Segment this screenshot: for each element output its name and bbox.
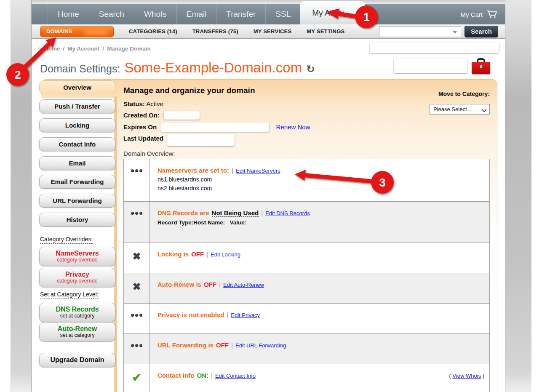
override-title: Privacy	[65, 271, 89, 278]
row-status: OFF	[204, 281, 216, 288]
sidebar-item-locking[interactable]: Locking	[39, 118, 115, 132]
sidebar-item-privacy-override[interactable]: Privacy category override	[39, 268, 115, 287]
move-to-category-label: Move to Category:	[411, 91, 490, 97]
expires-line: Expires On Renew Now	[123, 123, 310, 132]
separator: |	[219, 281, 221, 288]
row-status: OFF	[216, 341, 229, 349]
page-gutter-left	[11, 0, 32, 392]
table-row-nameservers: Nameservers are set to: | Edit NameServe…	[124, 159, 489, 201]
created-label: Created On:	[123, 112, 160, 119]
sidebar-item-dns-records-category[interactable]: DNS Records set at category	[39, 303, 115, 322]
check-icon: ✔	[124, 364, 150, 392]
nav-tab-whois[interactable]: WhoIs	[134, 4, 176, 24]
nameserver-1: ns1.bluestardns.com	[158, 176, 485, 183]
nav-tab-ssl[interactable]: SSL	[265, 4, 300, 24]
sidebar-item-overview[interactable]: Overview	[39, 80, 115, 94]
toolbox-clasp	[480, 64, 483, 68]
category-overrides-label[interactable]: Category Overrides:	[40, 236, 93, 244]
subnav-tab-transfers[interactable]: TRANSFERS (75)	[192, 28, 238, 35]
renew-now-link[interactable]: Renew Now	[276, 123, 310, 131]
override-title: NameServers	[56, 250, 99, 257]
sidebar-item-contact-info[interactable]: Contact Info	[39, 137, 115, 151]
record-headers: Record Type:Host Name: Value:	[158, 219, 485, 226]
row-status: OFF	[191, 251, 204, 258]
redaction-blur	[84, 29, 108, 35]
sidebar-item-upgrade-domain[interactable]: Upgrade Domain	[39, 353, 115, 367]
nav-tab-my-account[interactable]: My Account	[300, 1, 365, 24]
subnav-tab-categories[interactable]: CATEGORIES (14)	[129, 28, 177, 35]
breadcrumb-my-account[interactable]: My Account	[67, 45, 99, 52]
redacted-value-box	[394, 59, 467, 73]
nav-tab-search[interactable]: Search	[89, 4, 134, 24]
subnav-search-area: Search	[379, 26, 505, 37]
subnav-tab-my-services[interactable]: MY SERVICES	[254, 28, 292, 35]
domains-label: DOMAINS	[46, 28, 72, 35]
sidebar-item-history[interactable]: History	[39, 213, 115, 227]
table-row-locking: ✖ Locking is OFF | Edit Locking	[124, 243, 489, 273]
redacted-value-box	[160, 123, 269, 132]
toolbox-icon[interactable]	[472, 58, 490, 75]
chevron-down-icon[interactable]	[452, 31, 457, 34]
separator: |	[231, 341, 233, 349]
row-title: Nameservers are set to:	[158, 167, 229, 174]
table-row-dns-records: DNS Records are Not Being Used | Edit DN…	[124, 201, 489, 243]
edit-auto-renew-link[interactable]: Edit Auto-Renew	[223, 282, 264, 288]
sidebar-item-email[interactable]: Email	[39, 156, 115, 170]
edit-locking-link[interactable]: Edit Locking	[211, 251, 240, 258]
sidebar-item-nameservers-override[interactable]: NameServers category override	[39, 247, 115, 266]
search-input[interactable]	[379, 26, 461, 37]
top-strip	[32, 0, 505, 4]
subnav-tab-my-settings[interactable]: MY SETTINGS	[307, 28, 344, 35]
status-value: Active	[146, 100, 163, 107]
cart-icon[interactable]	[486, 10, 497, 19]
edit-dns-records-link[interactable]: Edit DNS Records	[265, 210, 310, 216]
nav-tab-transfer[interactable]: Transfer	[216, 4, 265, 24]
redacted-value-box	[167, 134, 235, 146]
page-title-prefix: Domain Settings:	[40, 63, 120, 75]
dots-icon	[124, 304, 150, 333]
redacted-value-box	[370, 43, 499, 53]
override-subtitle: category override	[57, 278, 98, 284]
sidebar-item-push-transfer[interactable]: Push / Transfer	[39, 99, 115, 113]
row-title: Locking is	[158, 251, 189, 258]
move-to-category-select[interactable]: Please Select...	[430, 104, 490, 115]
row-status: ON:	[197, 372, 209, 379]
edit-contact-info-link[interactable]: Edit Contact Info	[215, 373, 256, 379]
view-whois-link[interactable]: View Whois	[452, 373, 481, 379]
my-cart-link[interactable]: My Cart	[461, 11, 483, 18]
edit-privacy-link[interactable]: Edit Privacy	[231, 312, 260, 318]
edit-url-forwarding-link[interactable]: Edit URL Forwarding	[235, 342, 286, 349]
subnav-tab-domains[interactable]: DOMAINS	[40, 26, 114, 37]
set-at-category-label[interactable]: Set at Category Level:	[40, 291, 99, 299]
home-icon: ⌂	[37, 45, 41, 52]
breadcrumb-separator: /	[102, 45, 104, 52]
nav-tab-email[interactable]: Email	[176, 4, 216, 24]
domain-name: Some-Example-Domain.com	[124, 60, 302, 76]
nav-tab-home[interactable]: Home	[48, 4, 89, 24]
row-title: URL Forwarding is	[158, 341, 214, 349]
breadcrumb-manage-domain: Manage Domain	[107, 45, 151, 52]
refresh-icon[interactable]: ↻	[306, 63, 315, 75]
dots-icon	[124, 202, 150, 243]
sidebar-item-auto-renew-category[interactable]: Auto-Renew set at category	[39, 322, 115, 341]
dots-icon	[124, 159, 150, 201]
sidebar-item-url-forwarding[interactable]: URL Forwarding	[39, 194, 115, 208]
breadcrumb-home[interactable]: Home	[44, 45, 60, 52]
page-gutter-right	[505, 0, 531, 392]
sidebar-item-email-forwarding[interactable]: Email Forwarding	[39, 175, 115, 189]
category-title: DNS Records	[56, 306, 99, 313]
table-row-auto-renew: ✖ Auto-Renew is OFF | Edit Auto-Renew	[124, 273, 489, 303]
updated-label: Last Updated	[123, 135, 163, 142]
edit-nameservers-link[interactable]: Edit NameServers	[236, 168, 280, 174]
table-row-privacy: Privacy is not enabled | Edit Privacy	[124, 303, 489, 333]
breadcrumb: ⌂ Home / My Account / Manage Domain	[37, 45, 151, 52]
redacted-value-box	[164, 111, 200, 120]
page-title: Domain Settings: Some-Example-Domain.com…	[40, 60, 315, 76]
cross-icon: ✖	[124, 243, 150, 273]
expires-label: Expires On	[123, 123, 157, 131]
view-whois-wrap: ( View Whois )	[449, 373, 484, 379]
row-title: Contact Info	[158, 372, 195, 379]
search-button[interactable]: Search	[465, 26, 498, 37]
chevron-down-icon	[481, 107, 486, 112]
paren-close: )	[483, 373, 484, 379]
